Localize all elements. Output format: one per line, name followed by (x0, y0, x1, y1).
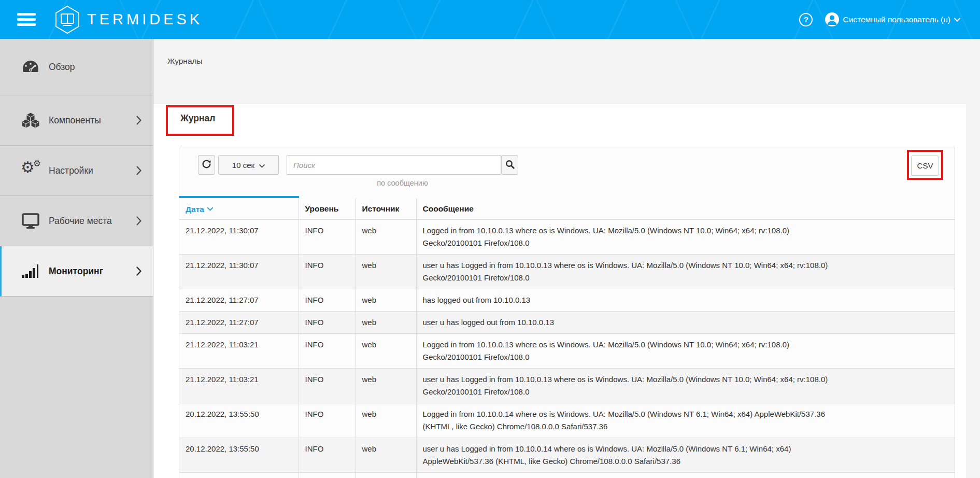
table-row: 21.12.2022, 11:03:21 INFO web user u has… (179, 369, 955, 403)
cell-date: 21.12.2022, 11:27:07 (179, 289, 299, 312)
cell-source: web (356, 369, 416, 403)
search-hint: по сообщению (287, 179, 518, 187)
table-row: 21.12.2022, 11:03:21 INFO web Logged in … (179, 334, 955, 369)
sidebar: Обзор Компоненты (0, 39, 153, 478)
main-area: Журналы Журнал 10 сек (153, 39, 980, 478)
hamburger-menu-icon[interactable] (17, 10, 36, 29)
table-row: 16.12.2022, 15:46:28 INFO web Logged in … (179, 473, 955, 478)
chevron-right-icon (136, 116, 141, 125)
table-row: 21.12.2022, 11:30:07 INFO web Logged in … (179, 220, 955, 255)
sidebar-item-components[interactable]: Компоненты (0, 95, 153, 146)
table-row: 21.12.2022, 11:30:07 INFO web user u has… (179, 255, 955, 289)
cell-level: INFO (299, 312, 356, 334)
cell-date: 21.12.2022, 11:27:07 (179, 312, 299, 334)
sidebar-item-settings[interactable]: ⚙⚙ Настройки (0, 146, 153, 196)
chevron-right-icon (136, 166, 141, 175)
cell-message: Logged in from 10.10.0.13 where os is Wi… (416, 473, 955, 478)
log-card: 10 сек по сообщению CSV (179, 147, 955, 478)
gears-icon: ⚙⚙ (21, 162, 40, 179)
sidebar-item-monitoring[interactable]: Мониторинг (0, 246, 153, 297)
help-icon[interactable]: ? (799, 13, 813, 26)
table-row: 20.12.2022, 13:55:50 INFO web user u has… (179, 438, 955, 473)
bar-chart-icon (21, 264, 40, 278)
cell-level: INFO (299, 334, 356, 369)
table-row: 20.12.2022, 13:55:50 INFO web Logged in … (179, 403, 955, 438)
cell-date: 21.12.2022, 11:30:07 (179, 255, 299, 289)
brand-title: TERMIDESK (87, 11, 203, 28)
cell-message: user u has Logged in from 10.10.0.14 whe… (416, 438, 955, 473)
cell-date: 21.12.2022, 11:30:07 (179, 220, 299, 255)
sidebar-item-overview[interactable]: Обзор (0, 39, 153, 95)
cell-date: 20.12.2022, 13:55:50 (179, 403, 299, 438)
column-header-date[interactable]: Дата (179, 197, 299, 220)
cell-source: web (356, 473, 416, 478)
top-bar: TERMIDESK ? Системный пользователь (u) (0, 0, 980, 39)
column-header-source[interactable]: Источник (356, 197, 416, 220)
refresh-icon (202, 159, 211, 171)
sort-chevron-down-icon (207, 203, 213, 214)
sidebar-item-label: Обзор (49, 62, 75, 73)
cell-date: 16.12.2022, 15:46:28 (179, 473, 299, 478)
cell-message: Logged in from 10.10.0.13 where os is Wi… (416, 220, 955, 255)
sidebar-item-label: Рабочие места (49, 216, 112, 227)
table-row: 21.12.2022, 11:27:07 INFO web user u has… (179, 312, 955, 334)
csv-export-button[interactable]: CSV (911, 156, 939, 176)
sidebar-item-label: Мониторинг (49, 266, 103, 277)
chevron-down-icon (954, 18, 960, 22)
cell-source: web (356, 403, 416, 438)
termidesk-logo-icon (54, 5, 80, 34)
refresh-button[interactable] (198, 155, 215, 175)
chevron-down-icon (259, 161, 265, 170)
search-button[interactable] (501, 155, 518, 175)
cell-level: INFO (299, 220, 356, 255)
log-table: Дата Уровень Источник Соообщение 21.12.2… (179, 196, 955, 478)
search-input[interactable] (287, 155, 501, 175)
cell-level: INFO (299, 473, 356, 478)
page-title: Журнал (180, 113, 215, 124)
cell-message: user u has Logged in from 10.10.0.13 whe… (416, 369, 955, 403)
sidebar-item-label: Компоненты (49, 115, 101, 126)
cell-source: web (356, 255, 416, 289)
cell-date: 21.12.2022, 11:03:21 (179, 369, 299, 403)
user-avatar-icon (825, 12, 839, 26)
cell-source: web (356, 334, 416, 369)
user-name: Системный пользователь (u) (843, 15, 950, 24)
cell-source: web (356, 220, 416, 255)
cell-level: INFO (299, 438, 356, 473)
search-group (287, 155, 518, 175)
cell-level: INFO (299, 369, 356, 403)
cell-date: 20.12.2022, 13:55:50 (179, 438, 299, 473)
refresh-interval-value: 10 сек (232, 161, 254, 170)
search-icon (505, 160, 515, 171)
cell-source: web (356, 438, 416, 473)
cell-date: 21.12.2022, 11:03:21 (179, 334, 299, 369)
topbar-right: ? Системный пользователь (u) (799, 12, 980, 26)
gauge-icon (21, 59, 40, 75)
breadcrumb: Журналы (167, 57, 203, 66)
cell-level: INFO (299, 403, 356, 438)
cell-level: INFO (299, 289, 356, 312)
log-table-body: 21.12.2022, 11:30:07 INFO web Logged in … (179, 220, 955, 478)
refresh-interval-select[interactable]: 10 сек (218, 155, 279, 175)
chevron-right-icon (136, 216, 141, 226)
cell-source: web (356, 289, 416, 312)
cell-message: has logged out from 10.10.0.13 (416, 289, 955, 312)
cell-message: Logged in from 10.10.0.13 where os is Wi… (416, 334, 955, 369)
cell-message: Logged in from 10.10.0.14 where os is Wi… (416, 403, 955, 438)
monitor-icon (21, 213, 40, 229)
cell-level: INFO (299, 255, 356, 289)
chevron-right-icon (136, 266, 141, 276)
sidebar-item-workplaces[interactable]: Рабочие места (0, 196, 153, 246)
table-row: 21.12.2022, 11:27:07 INFO web has logged… (179, 289, 955, 312)
cell-source: web (356, 312, 416, 334)
column-label: Дата (186, 205, 204, 214)
content-panel: Журнал 10 сек (153, 104, 966, 478)
cubes-icon (21, 112, 40, 129)
column-header-message[interactable]: Соообщение (416, 197, 955, 220)
column-header-level[interactable]: Уровень (299, 197, 356, 220)
cell-message: user u has Logged in from 10.10.0.13 whe… (416, 255, 955, 289)
sidebar-item-label: Настройки (49, 165, 93, 176)
cell-message: user u has logged out from 10.10.0.13 (416, 312, 955, 334)
user-menu[interactable]: Системный пользователь (u) (825, 12, 960, 26)
table-header-row: Дата Уровень Источник Соообщение (179, 197, 955, 220)
